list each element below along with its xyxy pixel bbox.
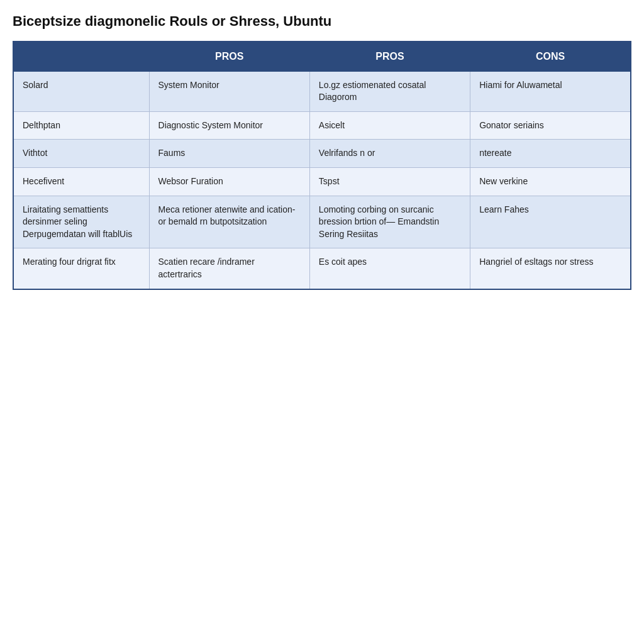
cell-tool: Merating four drigrat fitx: [13, 248, 149, 289]
table-row: VithtotFaumsVelrifands n orntereate: [13, 140, 631, 168]
cell-pros1: Faums: [149, 140, 309, 168]
header-pros2: PROS: [309, 42, 470, 72]
cell-tool: Solard: [13, 71, 149, 111]
cell-tool: Liraitating semattients dersinmer seling…: [13, 196, 149, 248]
cell-pros2: Asicelt: [309, 111, 470, 140]
cell-cons: Learn Fahes: [470, 196, 631, 248]
cell-pros2: Velrifands n or: [309, 140, 470, 168]
comparison-table: PROS PROS CONS SolardSystem MonitorLo.gz…: [13, 41, 631, 290]
table-row: SolardSystem MonitorLo.gz estiomenated c…: [13, 71, 631, 111]
header-pros1: PROS: [149, 42, 309, 72]
cell-tool: Hecefivent: [13, 167, 149, 196]
table-row: HecefiventWebsor FurationTspstNew verkin…: [13, 167, 631, 196]
cell-cons: Hangriel of esltags nor stress: [470, 248, 631, 289]
table-row: Liraitating semattients dersinmer seling…: [13, 196, 631, 248]
cell-cons: Gonator seriains: [470, 111, 631, 140]
cell-cons: Hiami for Aluwametal: [470, 71, 631, 111]
cell-pros1: Diagnostic System Monitor: [149, 111, 309, 140]
table-row: DelthptanDiagnostic System MonitorAsicel…: [13, 111, 631, 140]
header-cons: CONS: [470, 42, 631, 72]
page-title: Biceptsize diagmonelic Rouls or Shress, …: [13, 13, 631, 31]
cell-pros2: Lo.gz estiomenated cosatal Diagorom: [309, 71, 470, 111]
cell-pros2: Es coit apes: [309, 248, 470, 289]
cell-pros1: Meca retioner atenwite and ication-or be…: [149, 196, 309, 248]
cell-cons: New verkine: [470, 167, 631, 196]
cell-pros2: Lomoting corbing on surcanic bression br…: [309, 196, 470, 248]
cell-pros1: Scatien recare /indramer actertrarics: [149, 248, 309, 289]
cell-pros1: System Monitor: [149, 71, 309, 111]
cell-cons: ntereate: [470, 140, 631, 168]
cell-tool: Vithtot: [13, 140, 149, 168]
cell-pros2: Tspst: [309, 167, 470, 196]
header-tool: [13, 42, 149, 72]
cell-tool: Delthptan: [13, 111, 149, 140]
cell-pros1: Websor Furation: [149, 167, 309, 196]
table-row: Merating four drigrat fitxScatien recare…: [13, 248, 631, 289]
